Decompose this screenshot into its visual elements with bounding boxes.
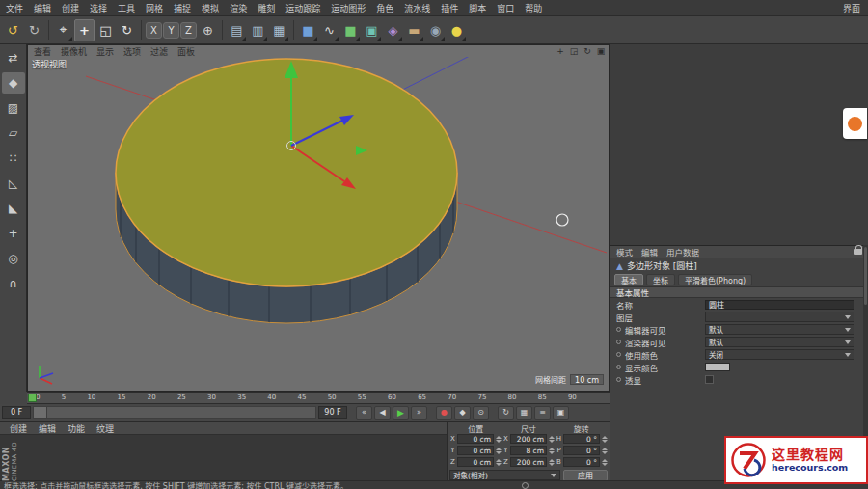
- material-list-area[interactable]: [0, 435, 447, 480]
- end-frame-field[interactable]: 90 F: [318, 406, 347, 419]
- environment-floor-icon[interactable]: ▬: [404, 19, 424, 41]
- menubar-item[interactable]: 运动跟踪: [285, 2, 320, 14]
- prev-frame-button[interactable]: ◀: [374, 406, 391, 420]
- anim-track-bullet[interactable]: [616, 377, 621, 382]
- attr-menu-mode[interactable]: 模式: [616, 246, 633, 258]
- position-z-field[interactable]: 0 cm: [457, 457, 494, 467]
- menubar-item[interactable]: 编辑: [34, 2, 51, 14]
- viewport-menu-item[interactable]: 过滤: [150, 45, 168, 58]
- enable-axis-icon[interactable]: +: [2, 223, 25, 244]
- render-region-icon[interactable]: ▥: [248, 19, 268, 41]
- model-mode-icon[interactable]: ◆: [2, 72, 25, 94]
- menubar-item[interactable]: 运动图形: [331, 2, 366, 14]
- floating-widget-badge[interactable]: [843, 108, 867, 139]
- size-y-field[interactable]: 8 cm: [510, 446, 547, 455]
- goto-start-button[interactable]: «: [356, 406, 372, 420]
- make-editable-icon[interactable]: ⇄: [2, 47, 25, 68]
- apply-button[interactable]: 应用: [563, 470, 608, 481]
- stepper[interactable]: [548, 457, 555, 467]
- points-mode-icon[interactable]: ∷: [2, 148, 25, 169]
- rotation-b-field[interactable]: 0 °: [563, 457, 600, 467]
- anim-track-bullet[interactable]: [616, 340, 621, 344]
- pan-view-icon[interactable]: +: [556, 46, 565, 56]
- coordinate-mode-dropdown[interactable]: 对象(相对): [449, 470, 560, 480]
- anim-track-bullet[interactable]: [616, 365, 621, 369]
- use-color-dropdown[interactable]: 关闭: [705, 349, 854, 360]
- edges-mode-icon[interactable]: ◺: [2, 173, 25, 194]
- fcurves-button[interactable]: ▦: [516, 406, 532, 420]
- stepper[interactable]: [548, 446, 555, 455]
- menubar-item[interactable]: 工具: [118, 2, 135, 14]
- basic-properties-section-header[interactable]: 基本属性: [610, 286, 868, 298]
- material-menu-item[interactable]: 编辑: [39, 422, 56, 435]
- material-menu-item[interactable]: 功能: [68, 422, 85, 435]
- tab-phong[interactable]: 平滑着色(Phong): [678, 274, 752, 285]
- keyframe-button[interactable]: ◆: [454, 406, 471, 420]
- workplane-mode-icon[interactable]: ▱: [2, 122, 25, 144]
- lock-icon[interactable]: [854, 249, 862, 255]
- preview-range-slider[interactable]: [33, 406, 316, 419]
- attr-menu-edit[interactable]: 编辑: [641, 246, 658, 258]
- menubar-item[interactable]: 插件: [441, 2, 458, 14]
- camera-icon[interactable]: ◉: [425, 19, 446, 41]
- range-slider-handle[interactable]: [34, 407, 47, 418]
- render-visibility-dropdown[interactable]: 默认: [705, 337, 854, 347]
- maximize-view-icon[interactable]: ▣: [596, 46, 606, 56]
- menubar-item[interactable]: 选择: [90, 2, 107, 14]
- display-color-swatch[interactable]: [705, 363, 730, 371]
- timeline-panel-button[interactable]: ▣: [553, 406, 569, 420]
- viewport-menu-item[interactable]: 显示: [96, 45, 114, 58]
- light-icon[interactable]: ●: [447, 19, 467, 41]
- playback-options-button[interactable]: ≡: [534, 406, 551, 420]
- viewport-solo-icon[interactable]: ◎: [2, 248, 25, 269]
- stepper[interactable]: [495, 457, 502, 467]
- array-object-icon[interactable]: ▣: [362, 19, 382, 41]
- deformer-icon[interactable]: ◈: [383, 19, 403, 41]
- menubar-item[interactable]: 角色: [376, 2, 393, 14]
- stepper[interactable]: [495, 434, 502, 444]
- undo-icon[interactable]: ↺: [3, 19, 23, 41]
- editor-visibility-dropdown[interactable]: 默认: [705, 324, 854, 335]
- rotate-view-icon[interactable]: ↻: [583, 46, 592, 56]
- menubar-item[interactable]: 脚本: [469, 2, 486, 14]
- cube-primitive-icon[interactable]: ■: [298, 19, 318, 41]
- position-x-field[interactable]: 0 cm: [457, 434, 494, 444]
- menubar-item[interactable]: 雕刻: [258, 2, 275, 14]
- snapping-icon[interactable]: ∩: [2, 273, 25, 294]
- perspective-viewport[interactable]: 查看摄像机显示选项过滤面板 + ◲ ↻ ▣ 透视视图: [27, 44, 610, 392]
- stepper[interactable]: [495, 446, 502, 455]
- goto-end-button[interactable]: »: [411, 406, 427, 420]
- render-view-icon[interactable]: ▤: [227, 19, 247, 41]
- current-frame-marker[interactable]: [28, 394, 37, 402]
- stepper[interactable]: [601, 457, 608, 467]
- live-selection-icon[interactable]: ⌖: [53, 19, 73, 41]
- menubar-item[interactable]: 捕捉: [174, 2, 191, 14]
- viewport-menu-item[interactable]: 选项: [123, 45, 141, 58]
- polygons-mode-icon[interactable]: ◣: [2, 198, 25, 219]
- layer-dropdown[interactable]: [705, 312, 854, 322]
- texture-mode-icon[interactable]: ▨: [2, 97, 25, 119]
- viewport-menu-item[interactable]: 面板: [177, 45, 195, 58]
- viewport-menu-item[interactable]: 查看: [34, 45, 51, 58]
- anim-track-bullet[interactable]: [616, 327, 621, 332]
- scale-tool-icon[interactable]: ◱: [95, 19, 116, 41]
- interface-layout-selector[interactable]: 界面: [843, 2, 860, 14]
- menubar-item[interactable]: 流水线: [404, 2, 430, 14]
- attr-menu-userdata[interactable]: 用户数据: [666, 246, 699, 258]
- loop-playback-button[interactable]: ↻: [498, 406, 514, 420]
- object-manager-tree[interactable]: ▲ 圆柱 ✓: [610, 29, 868, 245]
- rotation-h-field[interactable]: 0 °: [563, 434, 600, 444]
- start-frame-field[interactable]: 0 F: [2, 406, 31, 419]
- material-menu-item[interactable]: 纹理: [96, 422, 114, 435]
- viewport-menu-item[interactable]: 摄像机: [61, 45, 87, 58]
- menubar-item[interactable]: 模拟: [202, 2, 219, 14]
- redo-icon[interactable]: ↻: [24, 19, 44, 41]
- stepper[interactable]: [601, 446, 608, 455]
- stepper[interactable]: [601, 434, 608, 444]
- timeline-ruler[interactable]: 051015202530354045505560657075808590: [27, 392, 610, 404]
- size-x-field[interactable]: 200 cm: [510, 434, 547, 444]
- render-settings-icon[interactable]: ▦: [269, 19, 289, 41]
- name-input[interactable]: 圆柱: [705, 300, 854, 310]
- size-z-field[interactable]: 200 cm: [510, 457, 547, 467]
- y-axis-lock-button[interactable]: Y: [163, 22, 179, 39]
